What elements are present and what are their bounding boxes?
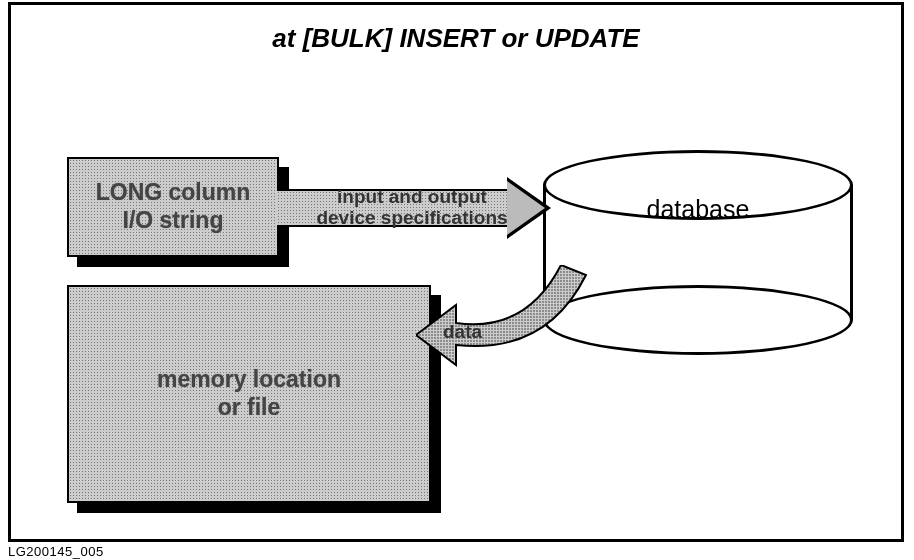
long-column-line2: I/O string: [123, 207, 224, 233]
long-column-box-label: LONG column I/O string: [96, 179, 251, 234]
arrow1-label-line2: device specifications: [316, 207, 507, 228]
arrow2-label: data: [443, 321, 482, 343]
diagram-title: at [BULK] INSERT or UPDATE: [11, 23, 901, 54]
figure-id: LG200145_005: [8, 544, 104, 559]
long-column-line1: LONG column: [96, 179, 251, 205]
arrow1-label: input and output device specifications: [297, 187, 527, 229]
memory-box: memory location or file: [67, 285, 431, 503]
memory-box-label: memory location or file: [157, 366, 341, 421]
memory-box-line2: or file: [218, 394, 281, 420]
long-column-box: LONG column I/O string: [67, 157, 279, 257]
diagram-frame: at [BULK] INSERT or UPDATE LONG column I…: [8, 2, 904, 542]
arrow1-label-line1: input and output: [337, 186, 487, 207]
database-label: database: [543, 195, 853, 224]
memory-box-line1: memory location: [157, 366, 341, 392]
